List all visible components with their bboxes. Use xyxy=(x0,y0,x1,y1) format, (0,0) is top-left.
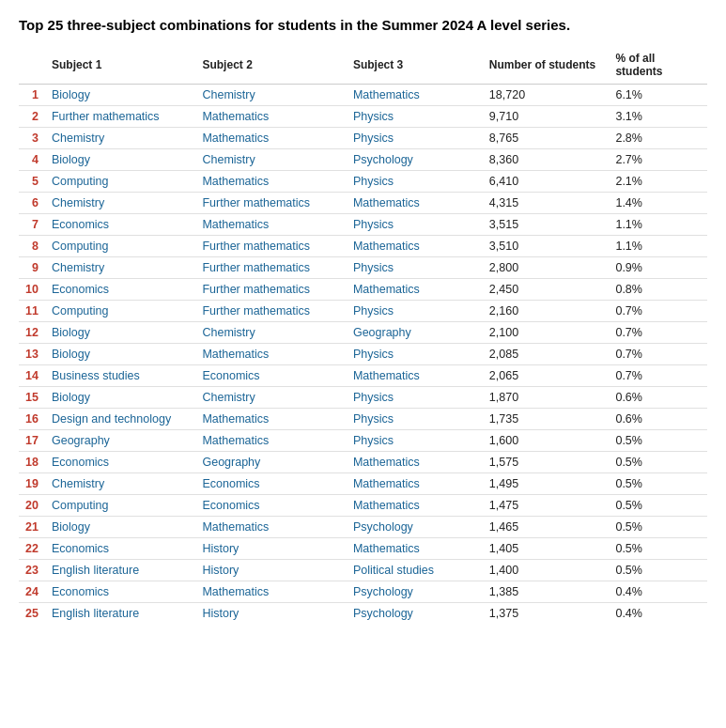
col-header-subject3: Subject 3 xyxy=(348,48,484,85)
cell-rank: 2 xyxy=(19,106,46,128)
cell-subject3: Physics xyxy=(348,430,484,452)
cell-subject1: Biology xyxy=(46,344,196,365)
cell-number: 2,450 xyxy=(484,279,610,301)
cell-subject3: Political studies xyxy=(348,560,484,581)
cell-subject1: Economics xyxy=(46,581,196,603)
cell-percent: 0.6% xyxy=(610,387,707,409)
cell-rank: 13 xyxy=(19,344,46,365)
cell-subject1: Design and technology xyxy=(46,409,196,430)
col-header-rank xyxy=(19,48,46,85)
cell-rank: 10 xyxy=(19,279,46,301)
cell-subject2: Mathematics xyxy=(196,106,347,128)
cell-percent: 0.4% xyxy=(610,603,707,625)
cell-subject2: History xyxy=(196,603,347,625)
cell-percent: 3.1% xyxy=(610,106,707,128)
cell-percent: 2.8% xyxy=(610,128,707,149)
cell-number: 3,510 xyxy=(484,236,610,257)
table-row: 15 Biology Chemistry Physics 1,870 0.6% xyxy=(19,387,707,409)
cell-subject2: Mathematics xyxy=(196,214,347,236)
cell-subject2: Mathematics xyxy=(196,409,347,430)
cell-subject2: Mathematics xyxy=(196,344,347,365)
cell-number: 8,765 xyxy=(484,128,610,149)
cell-subject3: Psychology xyxy=(348,149,484,171)
cell-rank: 20 xyxy=(19,495,46,517)
cell-number: 1,375 xyxy=(484,603,610,625)
cell-subject3: Mathematics xyxy=(348,473,484,495)
cell-subject3: Mathematics xyxy=(348,85,484,106)
cell-subject3: Physics xyxy=(348,128,484,149)
cell-percent: 0.5% xyxy=(610,560,707,581)
cell-percent: 2.7% xyxy=(610,149,707,171)
cell-subject1: English literature xyxy=(46,560,196,581)
table-row: 25 English literature History Psychology… xyxy=(19,603,707,625)
table-row: 3 Chemistry Mathematics Physics 8,765 2.… xyxy=(19,128,707,149)
cell-subject3: Mathematics xyxy=(348,279,484,301)
col-header-subject1: Subject 1 xyxy=(46,48,196,85)
cell-subject3: Psychology xyxy=(348,517,484,538)
cell-subject2: Chemistry xyxy=(196,322,347,344)
cell-subject1: Biology xyxy=(46,149,196,171)
cell-number: 1,465 xyxy=(484,517,610,538)
table-row: 16 Design and technology Mathematics Phy… xyxy=(19,409,707,430)
cell-subject1: Computing xyxy=(46,301,196,322)
cell-rank: 16 xyxy=(19,409,46,430)
table-row: 1 Biology Chemistry Mathematics 18,720 6… xyxy=(19,85,707,106)
cell-number: 4,315 xyxy=(484,193,610,214)
cell-subject1: Computing xyxy=(46,495,196,517)
cell-number: 3,515 xyxy=(484,214,610,236)
cell-subject3: Mathematics xyxy=(348,452,484,473)
table-row: 8 Computing Further mathematics Mathemat… xyxy=(19,236,707,257)
table-row: 20 Computing Economics Mathematics 1,475… xyxy=(19,495,707,517)
table-row: 19 Chemistry Economics Mathematics 1,495… xyxy=(19,473,707,495)
cell-subject2: History xyxy=(196,560,347,581)
cell-percent: 0.7% xyxy=(610,365,707,387)
cell-subject3: Physics xyxy=(348,409,484,430)
cell-subject2: History xyxy=(196,538,347,560)
cell-number: 1,735 xyxy=(484,409,610,430)
table-row: 9 Chemistry Further mathematics Physics … xyxy=(19,257,707,279)
cell-subject1: Chemistry xyxy=(46,257,196,279)
cell-subject1: Computing xyxy=(46,171,196,193)
cell-percent: 0.6% xyxy=(610,409,707,430)
table-row: 12 Biology Chemistry Geography 2,100 0.7… xyxy=(19,322,707,344)
cell-subject3: Physics xyxy=(348,387,484,409)
cell-number: 1,870 xyxy=(484,387,610,409)
cell-subject2: Geography xyxy=(196,452,347,473)
cell-number: 2,065 xyxy=(484,365,610,387)
cell-subject2: Chemistry xyxy=(196,387,347,409)
cell-rank: 23 xyxy=(19,560,46,581)
cell-subject1: Economics xyxy=(46,279,196,301)
cell-number: 1,475 xyxy=(484,495,610,517)
page-title: Top 25 three-subject combinations for st… xyxy=(19,15,707,35)
cell-subject1: Chemistry xyxy=(46,193,196,214)
table-row: 18 Economics Geography Mathematics 1,575… xyxy=(19,452,707,473)
cell-rank: 19 xyxy=(19,473,46,495)
cell-percent: 1.1% xyxy=(610,236,707,257)
table-row: 2 Further mathematics Mathematics Physic… xyxy=(19,106,707,128)
cell-subject2: Mathematics xyxy=(196,517,347,538)
table-row: 24 Economics Mathematics Psychology 1,38… xyxy=(19,581,707,603)
cell-subject3: Physics xyxy=(348,171,484,193)
cell-subject3: Physics xyxy=(348,106,484,128)
cell-percent: 0.5% xyxy=(610,473,707,495)
cell-subject2: Further mathematics xyxy=(196,193,347,214)
cell-percent: 0.9% xyxy=(610,257,707,279)
cell-subject3: Geography xyxy=(348,322,484,344)
cell-subject1: Computing xyxy=(46,236,196,257)
cell-subject3: Mathematics xyxy=(348,365,484,387)
cell-subject2: Chemistry xyxy=(196,149,347,171)
cell-rank: 11 xyxy=(19,301,46,322)
cell-subject2: Economics xyxy=(196,473,347,495)
cell-rank: 15 xyxy=(19,387,46,409)
cell-number: 1,575 xyxy=(484,452,610,473)
cell-subject1: Economics xyxy=(46,214,196,236)
cell-subject2: Chemistry xyxy=(196,85,347,106)
cell-subject1: Economics xyxy=(46,452,196,473)
cell-rank: 1 xyxy=(19,85,46,106)
cell-rank: 4 xyxy=(19,149,46,171)
cell-number: 1,385 xyxy=(484,581,610,603)
cell-subject1: Biology xyxy=(46,517,196,538)
cell-percent: 0.4% xyxy=(610,581,707,603)
cell-rank: 6 xyxy=(19,193,46,214)
cell-rank: 21 xyxy=(19,517,46,538)
